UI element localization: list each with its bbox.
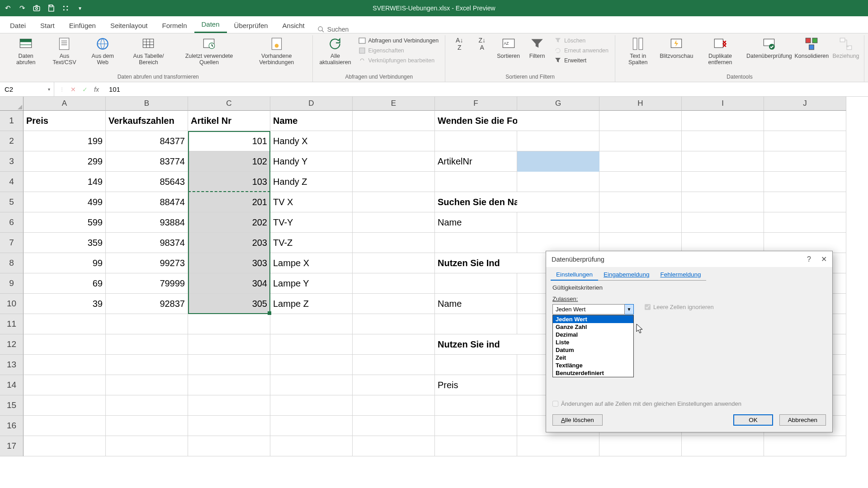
cell-E16[interactable] <box>353 416 435 436</box>
dd-option-6[interactable]: Textlänge <box>553 361 633 369</box>
cell-C4[interactable]: 103 <box>188 172 270 192</box>
cell-H7[interactable] <box>599 233 682 253</box>
cell-F16[interactable] <box>435 416 517 436</box>
enter-icon[interactable]: ✓ <box>82 86 88 93</box>
btn-filtern[interactable]: Filtern <box>524 35 550 60</box>
col-header-G[interactable]: G <box>517 97 599 111</box>
cell-E4[interactable] <box>353 172 435 192</box>
cell-B11[interactable] <box>106 314 188 334</box>
cell-J2[interactable] <box>764 131 846 151</box>
btn-za[interactable]: Z↓A <box>472 35 492 52</box>
cell-A3[interactable]: 299 <box>24 151 106 172</box>
btn-az[interactable]: A↓Z <box>449 35 470 52</box>
cell-D7[interactable]: TV-Z <box>270 233 353 253</box>
cell-D17[interactable] <box>270 436 353 456</box>
cell-E10[interactable] <box>353 294 435 314</box>
btn-reapply[interactable]: Erneut anwenden <box>552 46 611 55</box>
row-header-7[interactable]: 7 <box>0 233 24 253</box>
btn-aktualisieren[interactable]: Alle aktualisieren <box>316 35 354 66</box>
cell-E6[interactable] <box>353 212 435 233</box>
cell-F10[interactable]: Name <box>435 294 517 314</box>
tab-seitenlayout[interactable]: Seitenlayout <box>103 18 155 33</box>
col-header-A[interactable]: A <box>24 97 106 111</box>
cell-A7[interactable]: 359 <box>24 233 106 253</box>
cell-B2[interactable]: 84377 <box>106 131 188 151</box>
fx-icon[interactable]: fx <box>94 86 99 93</box>
cell-G2[interactable] <box>517 131 599 151</box>
btn-blitz[interactable]: Blitzvorschau <box>659 35 694 60</box>
cell-B8[interactable]: 99273 <box>106 253 188 273</box>
allow-combo[interactable]: Jeden Wert ▼ Jeden WertGanze ZahlDezimal… <box>552 304 634 314</box>
row-header-2[interactable]: 2 <box>0 131 24 151</box>
cell-D2[interactable]: Handy X <box>270 131 353 151</box>
cell-B15[interactable] <box>106 395 188 416</box>
cell-H5[interactable] <box>599 192 682 212</box>
tab-ueberpruefen[interactable]: Überprüfen <box>227 18 275 33</box>
cell-D12[interactable] <box>270 334 353 355</box>
tab-daten[interactable]: Daten <box>194 16 227 33</box>
tab-ansicht[interactable]: Ansicht <box>275 18 312 33</box>
cell-D10[interactable]: Lampe Z <box>270 294 353 314</box>
cell-A14[interactable] <box>24 375 106 395</box>
cell-D16[interactable] <box>270 416 353 436</box>
name-box[interactable]: C2 <box>0 82 54 96</box>
cell-J3[interactable] <box>764 151 846 172</box>
cell-D13[interactable] <box>270 355 353 375</box>
cell-J4[interactable] <box>764 172 846 192</box>
cell-A11[interactable] <box>24 314 106 334</box>
cell-B7[interactable]: 98374 <box>106 233 188 253</box>
btn-tabelle[interactable]: Aus Tabelle/ Bereich <box>123 35 174 66</box>
cell-E9[interactable] <box>353 273 435 294</box>
cell-A6[interactable]: 599 <box>24 212 106 233</box>
btn-web[interactable]: Aus dem Web <box>85 35 121 66</box>
row-header-11[interactable]: 11 <box>0 314 24 334</box>
cell-I7[interactable] <box>682 233 764 253</box>
btn-zuletzt[interactable]: Zuletzt verwendete Quellen <box>176 35 242 66</box>
cell-I3[interactable] <box>682 151 764 172</box>
cell-A12[interactable] <box>24 334 106 355</box>
row-header-6[interactable]: 6 <box>0 212 24 233</box>
cell-A15[interactable] <box>24 395 106 416</box>
cell-C12[interactable] <box>188 334 270 355</box>
row-header-13[interactable]: 13 <box>0 355 24 375</box>
tab-einfuegen[interactable]: Einfügen <box>62 18 103 33</box>
cell-E3[interactable] <box>353 151 435 172</box>
row-header-16[interactable]: 16 <box>0 416 24 436</box>
row-header-12[interactable]: 12 <box>0 334 24 355</box>
row-header-5[interactable]: 5 <box>0 192 24 212</box>
dd-option-1[interactable]: Ganze Zahl <box>553 323 633 331</box>
search-box[interactable]: Suchen <box>312 26 354 33</box>
cell-D9[interactable]: Lampe Y <box>270 273 353 294</box>
cell-D1[interactable]: Name <box>270 111 353 131</box>
cell-I4[interactable] <box>682 172 764 192</box>
col-header-E[interactable]: E <box>353 97 435 111</box>
row-header-17[interactable]: 17 <box>0 436 24 456</box>
dd-option-3[interactable]: Liste <box>553 338 633 346</box>
cell-D5[interactable]: TV X <box>270 192 353 212</box>
cell-A16[interactable] <box>24 416 106 436</box>
cell-E5[interactable] <box>353 192 435 212</box>
clear-all-button[interactable]: Alle löschen <box>552 414 603 426</box>
col-header-B[interactable]: B <box>106 97 188 111</box>
camera-icon[interactable] <box>33 4 41 12</box>
col-header-I[interactable]: I <box>682 97 764 111</box>
dialog-titlebar[interactable]: Datenüberprüfung ? ✕ <box>546 251 832 267</box>
col-header-D[interactable]: D <box>270 97 353 111</box>
cell-J5[interactable] <box>764 192 846 212</box>
cell-A13[interactable] <box>24 355 106 375</box>
cell-I2[interactable] <box>682 131 764 151</box>
cell-B14[interactable] <box>106 375 188 395</box>
btn-eigenschaften[interactable]: Eigenschaften <box>356 46 442 55</box>
cell-C2[interactable]: 101 <box>188 131 270 151</box>
cell-C6[interactable]: 202 <box>188 212 270 233</box>
cell-D4[interactable]: Handy Z <box>270 172 353 192</box>
cell-A17[interactable] <box>24 436 106 456</box>
dd-option-5[interactable]: Zeit <box>553 354 633 361</box>
cell-A10[interactable]: 39 <box>24 294 106 314</box>
btn-sortieren[interactable]: AZ Sortieren <box>494 35 523 60</box>
row-header-1[interactable]: 1 <box>0 111 24 131</box>
cell-C17[interactable] <box>188 436 270 456</box>
cell-C13[interactable] <box>188 355 270 375</box>
cell-H4[interactable] <box>599 172 682 192</box>
cell-B4[interactable]: 85643 <box>106 172 188 192</box>
